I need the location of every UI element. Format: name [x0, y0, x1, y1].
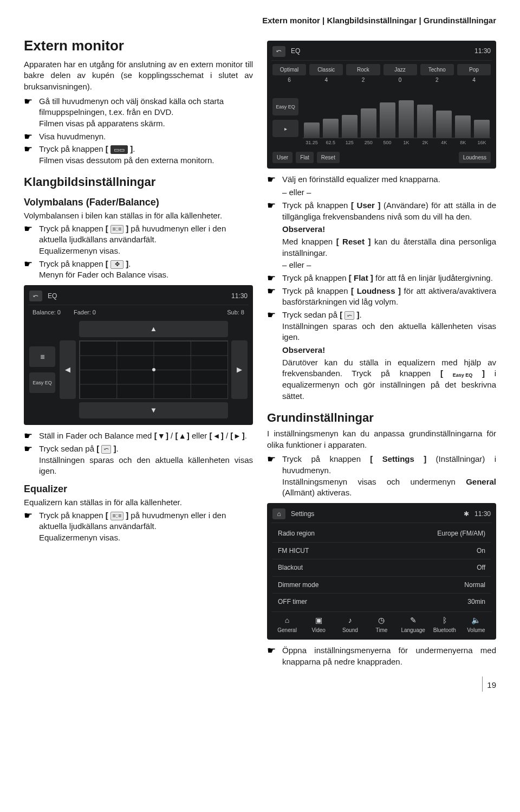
screen-title: EQ — [48, 292, 57, 301]
settings-key: FM HICUT — [278, 546, 309, 556]
arrow-right-icon: ▸ — [272, 120, 298, 137]
eq-bar — [455, 115, 471, 138]
step-text: Tryck på knappen — [282, 286, 351, 295]
settings-row: Dimmer modeNormal — [272, 577, 491, 594]
back-icon: ⤺ — [272, 46, 285, 57]
eq-freq-label: 1K — [399, 139, 414, 146]
eq-preset-value: 6 — [272, 76, 306, 84]
tab-icon: ᛒ — [430, 615, 459, 626]
step-text: Tryck på knappen — [282, 273, 349, 282]
hand-icon: ☛ — [24, 131, 36, 143]
tab-label: Sound — [342, 627, 358, 633]
loudness-button: Loudness — [459, 152, 491, 164]
hand-icon: ☛ — [24, 430, 36, 442]
flat-button: Flat — [296, 152, 314, 164]
user-button: User — [272, 152, 292, 164]
observera-label: Observera! — [282, 345, 325, 355]
fader-value: Fader: 0 — [74, 308, 96, 317]
clock: 11:30 — [474, 47, 491, 56]
settings-value: Normal — [464, 581, 485, 590]
screen-title: EQ — [291, 47, 300, 56]
eq-bar — [474, 120, 490, 138]
balance-value: Balance: 0 — [32, 308, 61, 317]
eq-preset-value: 4 — [457, 76, 491, 84]
hand-icon: ☛ — [267, 454, 279, 465]
step-text: Tryck på knappen — [39, 144, 106, 153]
page-number-area: 19 — [24, 680, 496, 695]
settings-value: On — [477, 546, 485, 556]
loudness-label: [ Loudness ] — [351, 286, 401, 295]
step-subtext: (Allmänt) aktiveras. — [282, 488, 352, 497]
step-text: eller — [190, 431, 210, 440]
step-text: . — [116, 444, 119, 453]
dual-screen-icon: ▭▭ — [110, 145, 128, 154]
arrow-left-icon: ◀ — [60, 340, 76, 399]
settings-row: BlackoutOff — [272, 559, 491, 577]
tab-label: Bluetooth — [433, 627, 456, 633]
eq-bar — [436, 111, 452, 138]
hand-icon: ☛ — [267, 286, 279, 297]
easy-eq-button: Easy EQ — [29, 372, 55, 393]
step-text: . — [133, 144, 135, 153]
step-subtext: Menyn för Fader och Balance visas. — [39, 269, 253, 281]
hand-icon: ☛ — [267, 200, 279, 211]
hand-icon: ☛ — [24, 96, 36, 107]
hand-icon: ☛ — [24, 223, 36, 235]
hand-icon: ☛ — [24, 443, 36, 455]
step-text: Tryck på knappen — [39, 511, 106, 520]
tab-label: General — [277, 627, 297, 633]
vb-intro: Volymbalansen i bilen kan ställas in för… — [24, 210, 253, 222]
fader-balance-icon: ✥ — [110, 260, 123, 269]
reset-label: [ Reset ] — [336, 237, 371, 246]
reset-button: Reset — [317, 152, 340, 164]
easy-eq-icon: Easy EQ — [453, 373, 473, 378]
tab-icon: ♪ — [335, 615, 365, 626]
note-text: Med knappen — [282, 237, 336, 246]
h2-grundinstallningar: Grundinställningar — [267, 410, 496, 426]
settings-row: Radio regionEurope (FM/AM) — [272, 525, 491, 543]
settings-tab: ⌂General — [272, 615, 302, 634]
settings-value: Europe (FM/AM) — [437, 529, 485, 538]
eq-intro: Equalizern kan ställas in för alla källe… — [24, 497, 253, 508]
clock: 11:30 — [231, 292, 248, 301]
step-text: Välj en förinställd equalizer med knappa… — [282, 174, 496, 185]
eq-preset: Rock — [346, 64, 380, 76]
step-text: för att få en linjär ljudåtergivning. — [373, 273, 493, 282]
step-text: / — [168, 431, 176, 440]
step-text: Visa huvudmenyn. — [39, 131, 253, 143]
settings-row: OFF timer30min — [272, 594, 491, 610]
user-label: [ User ] — [351, 201, 380, 210]
hand-icon: ☛ — [24, 259, 36, 270]
eq-preset-value: 0 — [384, 76, 417, 84]
settings-row: FM HICUTOn — [272, 543, 491, 560]
step-text: Ställ in Fader och Balance med — [39, 431, 154, 440]
arrow-down-icon: ▼ — [79, 402, 228, 418]
step-text: . — [360, 310, 362, 319]
eq-sliders-icon: ≡꞉≡ — [110, 512, 123, 520]
eq-freq-label: 8K — [455, 139, 471, 146]
hand-icon: ☛ — [267, 174, 279, 185]
h3-equalizer: Equalizer — [24, 482, 253, 496]
eq-bar — [380, 102, 395, 138]
extern-intro: Apparaten har en utgång för anslutning a… — [24, 59, 253, 93]
settings-screenshot: ⌂ Settings ✱ 11:30 Radio regionEurope (F… — [267, 503, 496, 640]
eq-bar — [323, 119, 339, 138]
fader-balance-grid — [79, 340, 228, 399]
step-text: Tryck på knappen — [282, 201, 351, 210]
step-text: . — [128, 259, 131, 268]
tab-label: Video — [312, 627, 326, 633]
tab-icon: ✎ — [399, 615, 428, 626]
tab-label: Volume — [467, 627, 485, 633]
settings-key: Radio region — [278, 529, 315, 538]
step-subtext: Filmen visas på apparatens skärm. — [39, 118, 253, 130]
step-text: . — [245, 431, 247, 440]
left-column: Extern monitor Apparaten har en utgång f… — [24, 36, 253, 669]
settings-tab: ▣Video — [304, 615, 333, 634]
eq-bar — [399, 100, 414, 138]
tab-label: Time — [376, 627, 388, 633]
eq-preset-value: 2 — [420, 76, 454, 84]
eq-bar — [361, 108, 376, 138]
eq-freq-label: 500 — [380, 139, 395, 146]
eq-freq-label: 31.25 — [304, 139, 320, 146]
step-text: Tryck sedan på — [39, 444, 96, 453]
